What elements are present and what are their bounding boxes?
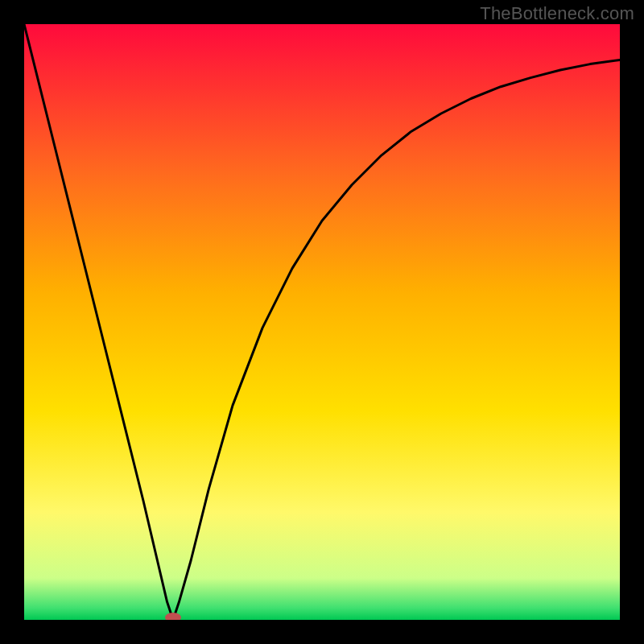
- chart-frame: TheBottleneck.com: [0, 0, 644, 644]
- plot-area: [24, 24, 620, 620]
- gradient-background: [24, 24, 620, 620]
- watermark-text: TheBottleneck.com: [480, 3, 634, 24]
- plot-svg: [24, 24, 620, 620]
